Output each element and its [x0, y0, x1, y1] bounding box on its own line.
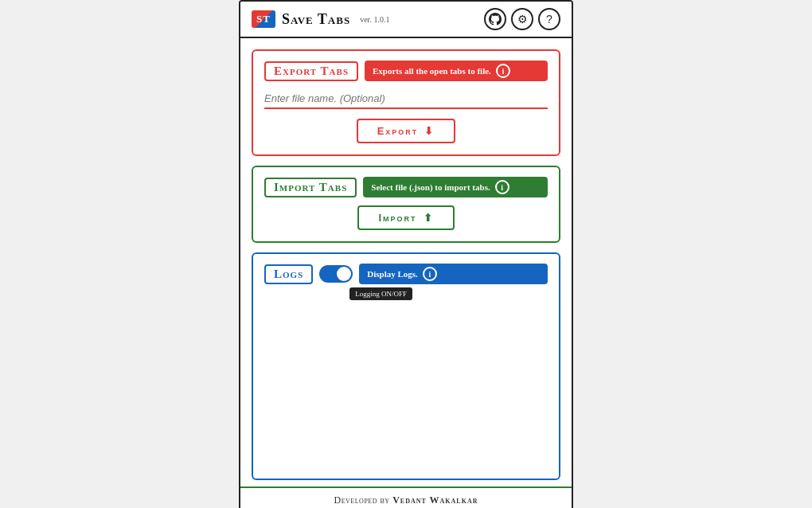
import-section: Import Tabs Select file (.json) to impor… — [252, 166, 560, 243]
export-desc-badge: Exports all the open tabs to file. i — [365, 61, 548, 81]
import-section-title: Import Tabs — [264, 178, 357, 197]
header-icons: ⚙ ? — [484, 8, 560, 30]
export-filename-input[interactable] — [264, 89, 548, 109]
settings-icon: ⚙ — [517, 13, 528, 25]
app-version: ver. 1.0.1 — [360, 15, 389, 24]
footer-author: Vedant Wakalkar — [392, 494, 478, 506]
logs-desc-badge: Display Logs. i — [359, 264, 548, 284]
export-title-wrap: Export Tabs Exports all the open tabs to… — [264, 61, 548, 81]
import-title-wrap: Import Tabs Select file (.json) to impor… — [264, 177, 548, 197]
logs-info-button[interactable]: i — [423, 267, 437, 281]
toggle-tooltip: Logging ON/OFF — [349, 287, 412, 300]
import-button-wrap: Import ⬆ — [264, 205, 548, 230]
footer-prefix: Developed by — [334, 494, 390, 506]
header-left: ST Save Tabs ver. 1.0.1 — [252, 10, 389, 28]
footer: Developed by Vedant Wakalkar — [240, 487, 572, 508]
help-icon: ? — [546, 13, 552, 25]
app-title: Save Tabs — [282, 11, 350, 28]
export-button-label: Export — [377, 125, 419, 137]
main-content: Export Tabs Exports all the open tabs to… — [240, 38, 572, 487]
export-section: Export Tabs Exports all the open tabs to… — [252, 49, 560, 156]
export-desc-text: Exports all the open tabs to file. — [373, 66, 491, 76]
app-container: ST Save Tabs ver. 1.0.1 ⚙ ? Export Tabs — [239, 0, 573, 508]
logs-area — [264, 292, 548, 467]
help-button[interactable]: ? — [538, 8, 560, 30]
app-header: ST Save Tabs ver. 1.0.1 ⚙ ? — [240, 2, 572, 38]
logs-title-wrap: Logs Logging ON/OFF Display Logs. i — [264, 264, 548, 284]
logs-section-title: Logs — [264, 264, 313, 284]
toggle-wrap: Logging ON/OFF — [319, 265, 353, 283]
export-button[interactable]: Export ⬇ — [357, 119, 456, 143]
import-info-button[interactable]: i — [495, 180, 509, 194]
logs-section: Logs Logging ON/OFF Display Logs. i — [252, 252, 560, 480]
github-button[interactable] — [484, 8, 506, 30]
import-desc-badge: Select file (.json) to import tabs. i — [363, 177, 548, 197]
import-button-label: Import — [378, 212, 416, 224]
toggle-knob — [337, 267, 351, 281]
import-desc-text: Select file (.json) to import tabs. — [371, 182, 490, 192]
export-section-title: Export Tabs — [264, 61, 358, 81]
github-icon — [489, 13, 502, 25]
logs-desc-text: Display Logs. — [367, 269, 418, 279]
settings-button[interactable]: ⚙ — [511, 8, 533, 30]
logging-toggle[interactable] — [319, 265, 353, 283]
import-button[interactable]: Import ⬆ — [357, 205, 454, 230]
export-button-wrap: Export ⬇ — [264, 119, 548, 143]
export-info-button[interactable]: i — [496, 64, 510, 78]
export-icon: ⬇ — [424, 125, 435, 137]
logo-badge: ST — [252, 10, 275, 28]
import-icon: ⬆ — [424, 212, 434, 224]
